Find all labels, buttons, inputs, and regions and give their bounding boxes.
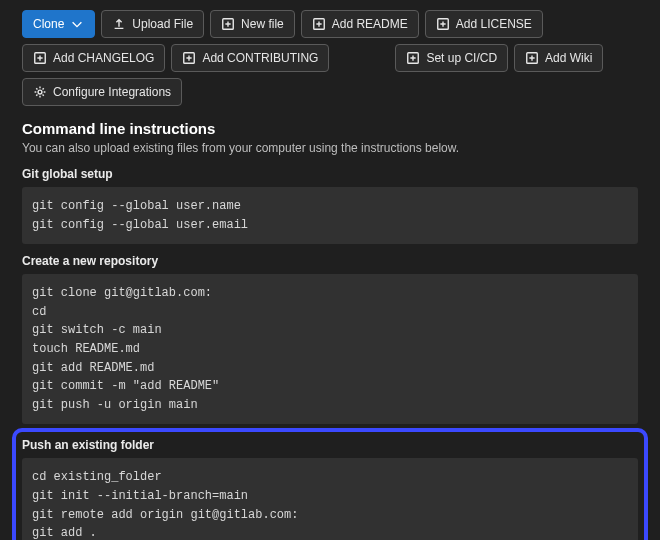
upload-file-label: Upload File	[132, 15, 193, 33]
global-setup-code[interactable]: git config --global user.name git config…	[22, 187, 638, 244]
push-folder-code[interactable]: cd existing_folder git init --initial-br…	[22, 458, 638, 540]
plus-box-icon	[33, 51, 47, 65]
chevron-down-icon	[70, 17, 84, 31]
upload-icon	[112, 17, 126, 31]
new-file-label: New file	[241, 15, 284, 33]
add-readme-label: Add README	[332, 15, 408, 33]
gear-icon	[33, 85, 47, 99]
add-changelog-label: Add CHANGELOG	[53, 49, 154, 67]
add-wiki-button[interactable]: Add Wiki	[514, 44, 603, 72]
plus-box-icon	[221, 17, 235, 31]
plus-box-icon	[436, 17, 450, 31]
plus-box-icon	[406, 51, 420, 65]
configure-integrations-label: Configure Integrations	[53, 83, 171, 101]
add-changelog-button[interactable]: Add CHANGELOG	[22, 44, 165, 72]
new-file-button[interactable]: New file	[210, 10, 295, 38]
push-folder-heading: Push an existing folder	[22, 438, 638, 452]
setup-cicd-label: Set up CI/CD	[426, 49, 497, 67]
add-license-label: Add LICENSE	[456, 15, 532, 33]
setup-cicd-button[interactable]: Set up CI/CD	[395, 44, 508, 72]
plus-box-icon	[525, 51, 539, 65]
configure-integrations-button[interactable]: Configure Integrations	[22, 78, 182, 106]
add-readme-button[interactable]: Add README	[301, 10, 419, 38]
clone-button[interactable]: Clone	[22, 10, 95, 38]
action-toolbar: Clone Upload File New file Add README Ad…	[22, 10, 638, 106]
create-repo-code[interactable]: git clone git@gitlab.com: cd git switch …	[22, 274, 638, 424]
global-setup-heading: Git global setup	[22, 167, 638, 181]
upload-file-button[interactable]: Upload File	[101, 10, 204, 38]
add-contributing-label: Add CONTRIBUTING	[202, 49, 318, 67]
add-wiki-label: Add Wiki	[545, 49, 592, 67]
svg-point-7	[38, 90, 42, 94]
plus-box-icon	[182, 51, 196, 65]
add-contributing-button[interactable]: Add CONTRIBUTING	[171, 44, 329, 72]
cli-title: Command line instructions	[22, 120, 638, 137]
clone-label: Clone	[33, 15, 64, 33]
plus-box-icon	[312, 17, 326, 31]
create-repo-heading: Create a new repository	[22, 254, 638, 268]
cli-description: You can also upload existing files from …	[22, 141, 638, 155]
add-license-button[interactable]: Add LICENSE	[425, 10, 543, 38]
push-folder-highlight: Push an existing folder cd existing_fold…	[12, 428, 648, 540]
